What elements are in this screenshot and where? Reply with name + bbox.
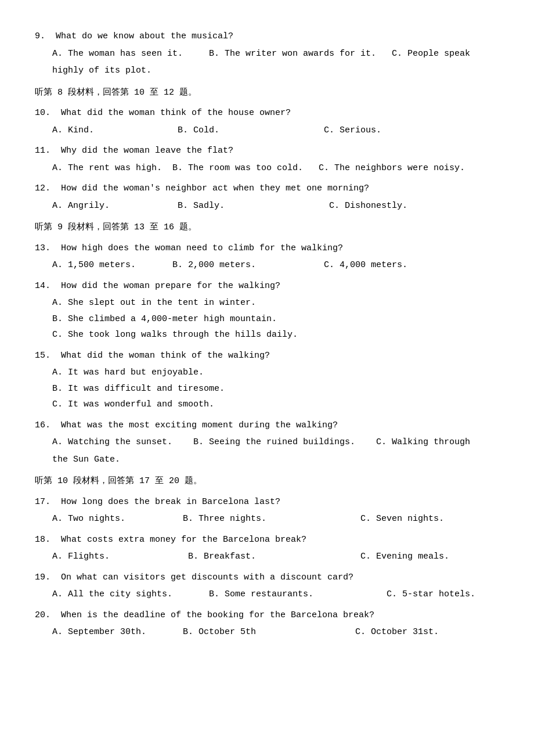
q15-option-a: A. It was hard but enjoyable.: [35, 365, 499, 380]
question-16: 16. What was the most exciting moment du…: [35, 418, 499, 467]
section-8-header: 听第 8 段材料，回答第 10 至 12 题。: [35, 85, 499, 100]
section-10-header: 听第 10 段材料，回答第 17 至 20 题。: [35, 474, 499, 489]
question-20-text: 20. When is the deadline of the booking …: [35, 608, 499, 623]
q13-options: A. 1,500 meters. B. 2,000 meters. C. 4,0…: [35, 258, 499, 273]
q9-number: 9.: [35, 31, 45, 41]
question-19-text: 19. On what can visitors get discounts w…: [35, 570, 499, 585]
question-11-text: 11. Why did the woman leave the flat?: [35, 143, 499, 159]
section-9-header: 听第 9 段材料，回答第 13 至 16 题。: [35, 220, 499, 235]
q14-option-a: A. She slept out in the tent in winter.: [35, 296, 499, 311]
question-17: 17. How long does the break in Barcelona…: [35, 495, 499, 527]
question-16-text: 16. What was the most exciting moment du…: [35, 418, 499, 433]
q14-option-c: C. She took long walks through the hills…: [35, 327, 499, 343]
question-18-text: 18. What costs extra money for the Barce…: [35, 532, 499, 548]
q19-options: A. All the city sights. B. Some restaura…: [35, 587, 499, 602]
question-20: 20. When is the deadline of the booking …: [35, 608, 499, 640]
q20-options: A. September 30th. B. October 5th C. Oct…: [35, 625, 499, 640]
question-12-text: 12. How did the woman's neighbor act whe…: [35, 181, 499, 196]
question-12: 12. How did the woman's neighbor act whe…: [35, 181, 499, 213]
question-10-text: 10. What did the woman think of the hous…: [35, 106, 499, 121]
q18-options: A. Flights. B. Breakfast. C. Evening mea…: [35, 549, 499, 564]
q16-options: A. Watching the sunset. B. Seeing the ru…: [35, 435, 499, 450]
q15-option-b: B. It was difficult and tiresome.: [35, 381, 499, 397]
q10-options: A. Kind. B. Cold. C. Serious.: [35, 123, 499, 138]
q14-option-b: B. She climbed a 4,000-meter high mounta…: [35, 312, 499, 327]
question-9-text: 9. What do we know about the musical?: [35, 29, 499, 44]
question-9: 9. What do we know about the musical? A.…: [35, 29, 499, 78]
question-11: 11. Why did the woman leave the flat? A.…: [35, 143, 499, 175]
q9-wrap: highly of its plot.: [35, 63, 499, 78]
q11-options: A. The rent was high. B. The room was to…: [35, 161, 499, 176]
q16-wrap: the Sun Gate.: [35, 452, 499, 467]
question-10: 10. What did the woman think of the hous…: [35, 106, 499, 138]
question-18: 18. What costs extra money for the Barce…: [35, 532, 499, 564]
question-14: 14. How did the woman prepare for the wa…: [35, 279, 499, 343]
question-19: 19. On what can visitors get discounts w…: [35, 570, 499, 602]
question-15: 15. What did the woman think of the walk…: [35, 348, 499, 412]
question-15-text: 15. What did the woman think of the walk…: [35, 348, 499, 363]
q9-options: A. The woman has seen it. B. The writer …: [35, 46, 499, 62]
q15-option-c: C. It was wonderful and smooth.: [35, 397, 499, 412]
q12-options: A. Angrily. B. Sadly. C. Dishonestly.: [35, 199, 499, 214]
question-14-text: 14. How did the woman prepare for the wa…: [35, 279, 499, 294]
question-13-text: 13. How high does the woman need to clim…: [35, 241, 499, 256]
question-13: 13. How high does the woman need to clim…: [35, 241, 499, 273]
q17-options: A. Two nights. B. Three nights. C. Seven…: [35, 512, 499, 527]
question-17-text: 17. How long does the break in Barcelona…: [35, 495, 499, 510]
